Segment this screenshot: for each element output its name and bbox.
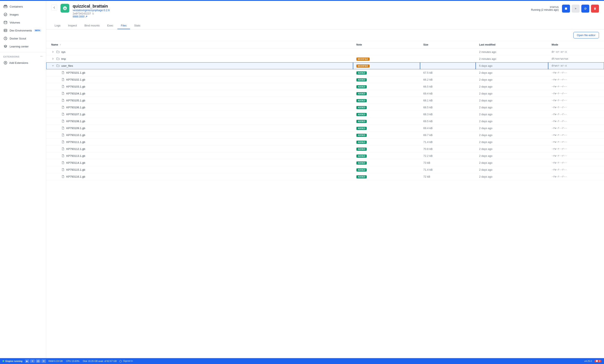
- note-cell: ADDED: [353, 76, 420, 83]
- sidebar-item-dev-environments[interactable]: Dev Environments BETA: [0, 26, 46, 35]
- tab-inspect[interactable]: Inspect: [65, 22, 80, 29]
- sidebar-item-learning-center[interactable]: Learning center: [0, 42, 46, 50]
- sidebar-item-volumes[interactable]: Volumes: [0, 18, 46, 26]
- sidebar-label-dev-env: Dev Environments: [10, 29, 32, 32]
- add-extensions-label: Add Extensions: [9, 61, 28, 64]
- file-icon: [61, 126, 65, 130]
- settings-btn[interactable]: ⚙: [41, 359, 46, 363]
- file-name-text: KP793111.1.gb: [66, 140, 85, 144]
- file-name-cell: KP793111.1.gb: [46, 139, 353, 146]
- modified-cell: 2 days ago: [476, 173, 548, 180]
- file-name-text: KP793116.1.gb: [66, 175, 85, 178]
- note-badge: ADDED: [356, 78, 367, 82]
- main-content: quizzical_brattain vestalisvirginis/synp…: [46, 1, 604, 358]
- port-link[interactable]: 8888:3000: [73, 15, 528, 18]
- size-cell: [420, 62, 476, 69]
- version: v4.25.0: [584, 360, 592, 362]
- modified-cell: 2 days ago: [476, 159, 548, 166]
- mode-cell: -rw-r--r--: [548, 139, 604, 146]
- expand-icon[interactable]: [51, 57, 55, 61]
- beta-badge: BETA: [34, 29, 41, 32]
- note-badge: ADDED: [356, 113, 367, 116]
- container-name: quizzical_brattain: [73, 4, 528, 9]
- table-row[interactable]: KP793110.1.gbADDED69.7 kB2 days ago-rw-r…: [46, 132, 604, 139]
- file-name-cell: KP793103.1.gb: [46, 83, 353, 90]
- delete-button[interactable]: [591, 5, 599, 12]
- table-row[interactable]: KP793106.1.gbADDED68.5 kB2 days ago-rw-r…: [46, 104, 604, 111]
- mode-cell: dtrwxrwxrwx: [548, 55, 604, 62]
- pause-btn[interactable]: ⏸: [30, 359, 35, 363]
- sidebar-item-images[interactable]: Images: [0, 11, 46, 18]
- start-button[interactable]: [572, 5, 580, 12]
- expand-icon[interactable]: [51, 50, 55, 54]
- notifications-badge[interactable]: 2: [594, 360, 602, 362]
- open-file-editor-button[interactable]: Open file editor: [573, 32, 599, 38]
- tab-exec[interactable]: Exec: [104, 22, 116, 29]
- tab-bind-mounts[interactable]: Bind mounts: [81, 22, 103, 29]
- extensions-more-icon[interactable]: ⋯: [40, 55, 43, 58]
- note-cell: ADDED: [353, 83, 420, 90]
- tab-logs[interactable]: Logs: [51, 22, 64, 29]
- note-badge: ADDED: [356, 147, 367, 151]
- sidebar-item-docker-scout[interactable]: Docker Scout: [0, 35, 46, 42]
- file-name-cell: KP793107.1.gb: [46, 111, 353, 118]
- note-badge: MODIFIED: [356, 58, 370, 61]
- status-value: Running (2 minutes ago): [531, 8, 559, 11]
- modified-cell: 2 days ago: [476, 111, 548, 118]
- restart-button[interactable]: [581, 5, 589, 12]
- table-row[interactable]: KP793105.1.gbADDED68.1 kB2 days ago-rw-r…: [46, 97, 604, 104]
- note-badge: ADDED: [356, 141, 367, 144]
- add-icon: [3, 61, 8, 65]
- table-row[interactable]: tmpMODIFIED2 minutes agodtrwxrwxrwx: [46, 55, 604, 62]
- copy-id-icon[interactable]: ⧉: [92, 12, 94, 15]
- table-row[interactable]: KP793107.1.gbADDED68.3 kB2 days ago-rw-r…: [46, 111, 604, 118]
- engine-dot: [2, 360, 4, 362]
- size-cell: 71.4 kB: [420, 166, 476, 173]
- table-row[interactable]: KP793113.1.gbADDED72.2 kB2 days ago-rw-r…: [46, 152, 604, 159]
- container-image-link[interactable]: vestalisvirginis/synphage:0.2.6: [73, 9, 110, 12]
- file-name-text: KP793102.1.gb: [66, 78, 85, 81]
- svg-point-2: [4, 13, 7, 16]
- size-cell: 73 kB: [420, 159, 476, 166]
- signed-in: Signed in: [119, 360, 133, 362]
- container-app-icon: [61, 4, 69, 12]
- note-badge: ADDED: [356, 120, 367, 123]
- sidebar-label-learning-center: Learning center: [10, 45, 29, 48]
- file-name-cell: KP793102.1.gb: [46, 76, 353, 83]
- table-row[interactable]: KP793104.1.gbADDED69.4 kB2 days ago-rw-r…: [46, 90, 604, 97]
- tab-files[interactable]: Files: [117, 22, 130, 29]
- bottom-controls: ▶ ⏸ ⏻ ⚙: [25, 359, 46, 363]
- table-row[interactable]: user_filesMODIFIED5 days agodrwxr-xr-x: [46, 62, 604, 69]
- table-row[interactable]: KP793112.1.gbADDED70.8 kB2 days ago-rw-r…: [46, 146, 604, 152]
- file-name-text: KP793113.1.gb: [66, 154, 85, 158]
- file-name-cell: KP793106.1.gb: [46, 104, 353, 111]
- tab-stats[interactable]: Stats: [131, 22, 144, 29]
- table-row[interactable]: KP793109.1.gbADDED69.4 kB2 days ago-rw-r…: [46, 125, 604, 132]
- power-btn[interactable]: ⏻: [36, 359, 40, 363]
- stop-button[interactable]: [562, 5, 570, 12]
- table-row[interactable]: KP793114.1.gbADDED73 kB2 days ago-rw-r--…: [46, 159, 604, 166]
- table-row[interactable]: KP793116.1.gbADDED72 kB2 days ago-rw-r--…: [46, 173, 604, 180]
- sort-icon[interactable]: ↑: [60, 43, 61, 46]
- table-row[interactable]: KP793115.1.gbADDED71.4 kB2 days ago-rw-r…: [46, 166, 604, 173]
- sidebar-label-containers: Containers: [10, 5, 23, 8]
- play-btn[interactable]: ▶: [25, 359, 29, 363]
- add-extensions-button[interactable]: Add Extensions: [0, 59, 46, 67]
- sidebar-item-containers[interactable]: Containers: [0, 2, 46, 11]
- expand-icon[interactable]: [51, 64, 55, 67]
- table-row[interactable]: KP793108.1.gbADDED69.5 kB2 days ago-rw-r…: [46, 118, 604, 125]
- file-icon: [61, 168, 65, 171]
- file-icon: [61, 161, 65, 164]
- note-badge: ADDED: [356, 175, 367, 178]
- file-icon: [61, 112, 65, 116]
- table-row[interactable]: KP793111.1.gbADDED71.4 kB2 days ago-rw-r…: [46, 139, 604, 146]
- note-cell: ADDED: [353, 111, 420, 118]
- note-cell: ADDED: [353, 125, 420, 132]
- file-name-text: KP793106.1.gb: [66, 106, 85, 109]
- table-row[interactable]: KP793102.1.gbADDED66.2 kB2 days ago-rw-r…: [46, 76, 604, 83]
- note-cell: ADDED: [353, 132, 420, 139]
- table-row[interactable]: KP793103.1.gbADDED66.5 kB2 days ago-rw-r…: [46, 83, 604, 90]
- table-row[interactable]: sys2 minutes agodr-xr-xr-x: [46, 49, 604, 55]
- table-row[interactable]: KP793101.1.gbADDED67.5 kB2 days ago-rw-r…: [46, 69, 604, 76]
- back-button[interactable]: [51, 5, 57, 11]
